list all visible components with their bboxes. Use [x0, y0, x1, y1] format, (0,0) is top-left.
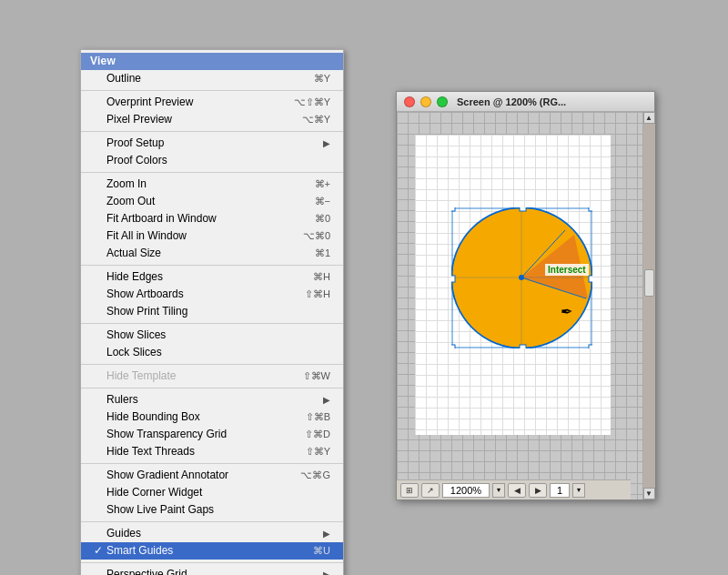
scroll-up-button[interactable]: ▲: [643, 112, 655, 124]
artboard-options-button[interactable]: ⊞: [400, 483, 419, 498]
menu-item-zoom-in[interactable]: Zoom In ⌘+: [81, 176, 343, 193]
show-print-tiling-label: Show Print Tiling: [106, 304, 321, 319]
menu-item-proof-colors[interactable]: Proof Colors: [81, 152, 343, 169]
zoom-in-shortcut: ⌘+: [315, 177, 330, 192]
export-button[interactable]: ↗: [421, 483, 440, 498]
menu-item-proof-setup[interactable]: Proof Setup ▶: [81, 135, 343, 152]
hide-bb-label: Hide Bounding Box: [106, 409, 297, 425]
sep-1: [81, 90, 343, 91]
menu-item-rulers[interactable]: Rulers ▶: [81, 391, 343, 409]
artboard: Intersect ✒: [415, 135, 611, 435]
menu-item-show-transparency-grid[interactable]: Show Transparency Grid ⇧⌘D: [81, 426, 343, 443]
ai-window: Screen @ 1200% (RG...: [396, 91, 655, 500]
smart-guides-shortcut: ⌘U: [313, 543, 330, 559]
zoom-in-label: Zoom In: [106, 177, 306, 192]
proof-setup-arrow: ▶: [323, 136, 330, 151]
menu-item-live-paint-gaps[interactable]: Show Live Paint Gaps: [81, 501, 343, 519]
svg-rect-7: [589, 207, 592, 211]
menu-item-show-artboards[interactable]: Show Artboards ⇧⌘H: [81, 286, 343, 303]
scrollbar-right: ▲ ▼: [642, 112, 654, 499]
hide-template-label: Hide Template: [106, 368, 294, 384]
ai-titlebar: Screen @ 1200% (RG...: [397, 92, 654, 112]
guides-label: Guides: [106, 526, 323, 541]
menu-item-overprint-preview[interactable]: Overprint Preview ⌥⇧⌘Y: [81, 94, 343, 111]
menu-item-hide-corner-widget[interactable]: Hide Corner Widget: [81, 484, 343, 501]
canvas-grid: Intersect ✒: [397, 112, 642, 499]
window-title: Screen @ 1200% (RG...: [457, 96, 566, 107]
menu-item-pixel-preview[interactable]: Pixel Preview ⌥⌘Y: [81, 111, 343, 128]
overprint-shortcut: ⌥⇧⌘Y: [294, 95, 330, 110]
menu-item-fit-artboard[interactable]: Fit Artboard in Window ⌘0: [81, 210, 343, 227]
outline-label: Outline: [106, 71, 305, 86]
pie-wedge: [451, 207, 592, 348]
menu-item-gradient-annotator[interactable]: Show Gradient Annotator ⌥⌘G: [81, 467, 343, 484]
menu-item-show-slices[interactable]: Show Slices: [81, 327, 343, 344]
actual-size-label: Actual Size: [106, 246, 306, 261]
zoom-dropdown-button[interactable]: ▾: [492, 483, 505, 498]
svg-rect-5: [451, 207, 455, 211]
menu-item-actual-size[interactable]: Actual Size ⌘1: [81, 245, 343, 262]
corner-widget-label: Hide Corner Widget: [106, 485, 321, 500]
ai-content: Intersect ✒ ⊞ ↗ 1200% ▾ ◀ ▶ 1 ▾ ▲: [397, 112, 654, 499]
sep-3: [81, 172, 343, 173]
view-menu: View Outline ⌘Y Overprint Preview ⌥⇧⌘Y P…: [80, 49, 344, 575]
svg-rect-9: [589, 276, 592, 282]
menu-item-zoom-out[interactable]: Zoom Out ⌘−: [81, 193, 343, 210]
shape-group: Intersect ✒: [451, 207, 592, 348]
page-number-field[interactable]: 1: [550, 483, 570, 498]
menu-item-fit-all[interactable]: Fit All in Window ⌥⌘0: [81, 227, 343, 245]
sep-7: [81, 388, 343, 388]
next-artboard-button[interactable]: ▶: [529, 483, 547, 498]
svg-rect-10: [451, 345, 455, 348]
scroll-track[interactable]: [643, 124, 655, 488]
trans-grid-shortcut: ⇧⌘D: [305, 427, 330, 442]
proof-colors-label: Proof Colors: [106, 153, 321, 168]
show-artboards-label: Show Artboards: [106, 287, 296, 302]
show-slices-label: Show Slices: [106, 328, 321, 343]
sep-4: [81, 265, 343, 266]
gradient-annotator-shortcut: ⌥⌘G: [300, 468, 330, 483]
sep-8: [81, 463, 343, 464]
rulers-arrow: ▶: [323, 392, 330, 408]
zoom-field[interactable]: 1200%: [442, 483, 490, 498]
svg-rect-6: [520, 207, 526, 211]
page-dropdown-button[interactable]: ▾: [572, 483, 585, 498]
zoom-out-label: Zoom Out: [106, 194, 306, 209]
maximize-button[interactable]: [437, 96, 448, 107]
svg-rect-11: [520, 345, 526, 348]
menu-item-hide-edges[interactable]: Hide Edges ⌘H: [81, 268, 343, 286]
pixel-preview-label: Pixel Preview: [106, 112, 293, 127]
perspective-grid-arrow: ▶: [323, 567, 330, 575]
close-button[interactable]: [404, 96, 415, 107]
prev-artboard-button[interactable]: ◀: [508, 483, 526, 498]
text-threads-shortcut: ⇧⌘Y: [306, 444, 330, 459]
scroll-down-button[interactable]: ▼: [643, 488, 655, 499]
svg-rect-12: [589, 345, 592, 348]
hide-template-shortcut: ⇧⌘W: [303, 368, 330, 384]
menu-item-show-print-tiling[interactable]: Show Print Tiling: [81, 303, 343, 320]
trans-grid-label: Show Transparency Grid: [106, 427, 296, 442]
show-artboards-shortcut: ⇧⌘H: [305, 287, 330, 302]
sep-9: [81, 521, 343, 522]
menu-item-lock-slices[interactable]: Lock Slices: [81, 344, 343, 361]
fit-artboard-shortcut: ⌘0: [315, 211, 330, 227]
menu-item-guides[interactable]: Guides ▶: [81, 525, 343, 542]
zoom-out-shortcut: ⌘−: [315, 194, 330, 209]
rulers-label: Rulers: [106, 392, 323, 408]
canvas-wrapper[interactable]: Intersect ✒ ⊞ ↗ 1200% ▾ ◀ ▶ 1 ▾: [397, 112, 642, 499]
menu-item-smart-guides[interactable]: ✓ Smart Guides ⌘U: [81, 542, 343, 560]
menu-item-hide-text-threads[interactable]: Hide Text Threads ⇧⌘Y: [81, 443, 343, 460]
menu-title: View: [81, 53, 343, 70]
scroll-thumb[interactable]: [644, 269, 654, 297]
minimize-button[interactable]: [420, 96, 431, 107]
sep-5: [81, 323, 343, 324]
menu-item-hide-template[interactable]: Hide Template ⇧⌘W: [81, 368, 343, 385]
sep-6: [81, 364, 343, 365]
perspective-grid-label: Perspective Grid: [106, 567, 323, 575]
menu-item-perspective-grid[interactable]: Perspective Grid ▶: [81, 566, 343, 575]
hide-bb-shortcut: ⇧⌘B: [306, 409, 330, 425]
text-threads-label: Hide Text Threads: [106, 444, 297, 459]
menu-item-hide-bounding-box[interactable]: Hide Bounding Box ⇧⌘B: [81, 409, 343, 426]
pixel-preview-shortcut: ⌥⌘Y: [302, 112, 330, 127]
menu-item-outline[interactable]: Outline ⌘Y: [81, 70, 343, 87]
